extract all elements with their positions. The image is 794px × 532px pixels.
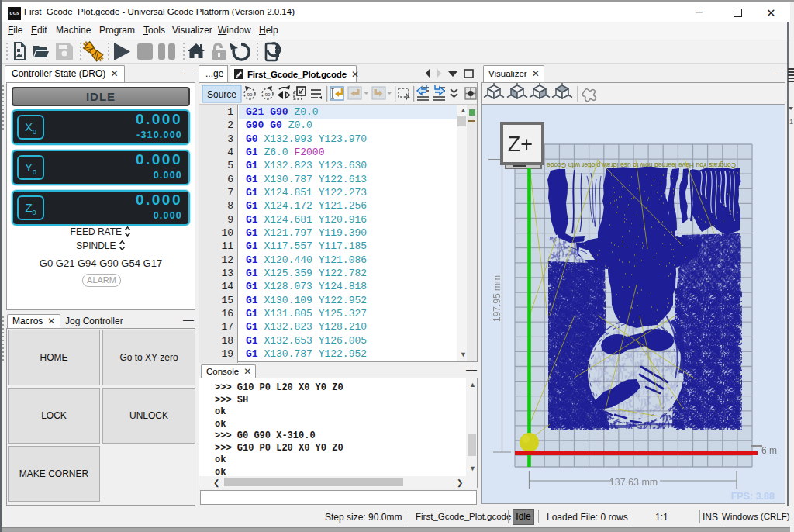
svg-text:Z+: Z+ [508, 133, 533, 156]
svg-text:FPS: 3.88: FPS: 3.88 [731, 491, 775, 502]
svg-text:Source: Source [207, 89, 236, 100]
svg-text:90: 90 [247, 92, 253, 97]
svg-text:90: 90 [265, 92, 271, 97]
svg-text:197.95 mm: 197.95 mm [492, 275, 502, 322]
svg-text:137.63 mm: 137.63 mm [609, 477, 658, 488]
svg-text:1: 1 [789, 118, 793, 126]
svg-text:6 m: 6 m [761, 445, 777, 456]
